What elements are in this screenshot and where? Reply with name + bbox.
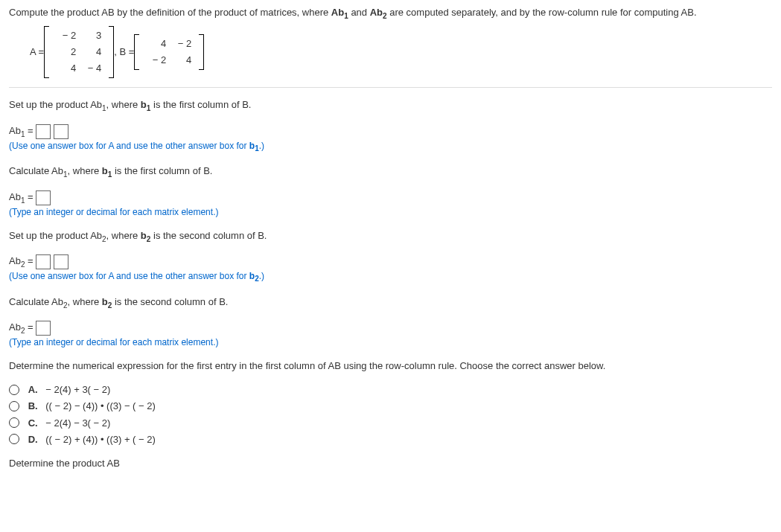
- mc-prompt: Determine the numerical expression for t…: [9, 359, 772, 373]
- setup-ab1-equation: Ab1 = (Use one answer box for A and use …: [9, 124, 772, 154]
- calc-ab1-equation: Ab1 = (Type an integer or decimal for ea…: [9, 190, 772, 219]
- ab2-term: Ab2: [370, 7, 387, 18]
- radio-icon: [9, 385, 19, 395]
- opt-text-a: − 2(4) + 3( − 2): [45, 384, 110, 395]
- ab2-setup-input-b[interactable]: [54, 254, 68, 269]
- matrix-definitions: A = − 23 24 4− 4 , B = 4− 2 − 24: [30, 26, 772, 79]
- calc-ab1-prompt: Calculate Ab1, where b1 is the first col…: [9, 164, 772, 180]
- intro-text-2: and: [348, 7, 370, 18]
- ab1-setup-input-b[interactable]: [54, 124, 68, 139]
- opt-text-b: (( − 2) − (4)) • ((3) − ( − 2): [45, 400, 156, 411]
- radio-icon: [9, 417, 19, 428]
- setup-ab2-prompt: Set up the product Ab2, where b2 is the …: [9, 229, 772, 245]
- opt-label-d: D.: [28, 433, 43, 446]
- opt-text-d: (( − 2) + (4)) • ((3) + ( − 2): [45, 434, 156, 445]
- calc-ab2-prompt: Calculate Ab2, where b2 is the second co…: [9, 295, 772, 311]
- radio-icon: [9, 401, 19, 411]
- ab2-setup-input-a[interactable]: [36, 254, 51, 269]
- ab1-calc-input[interactable]: [36, 190, 51, 205]
- mc-option-c[interactable]: C. − 2(4) − 3( − 2): [9, 417, 772, 430]
- opt-label-a: A.: [28, 383, 43, 397]
- radio-icon: [9, 434, 19, 444]
- ab1-setup-input-a[interactable]: [36, 124, 51, 139]
- matrix-b: 4− 2 − 24: [134, 34, 204, 70]
- ab2-calc-input[interactable]: [36, 321, 51, 336]
- question-intro: Compute the product AB by the definition…: [9, 6, 772, 22]
- ab1-calc-hint: (Type an integer or decimal for each mat…: [9, 206, 772, 219]
- intro-text-3: are computed separately, and by the row-…: [387, 7, 697, 18]
- matrix-a: − 23 24 4− 4: [44, 26, 114, 79]
- ab1-setup-hint: (Use one answer box for A and use the ot…: [9, 140, 772, 154]
- mc-option-a[interactable]: A. − 2(4) + 3( − 2): [9, 383, 772, 397]
- opt-text-c: − 2(4) − 3( − 2): [45, 417, 110, 429]
- divider: [9, 87, 772, 88]
- b-equals: , B =: [114, 45, 134, 59]
- calc-ab2-equation: Ab2 = (Type an integer or decimal for ea…: [9, 321, 772, 349]
- mc-option-d[interactable]: D. (( − 2) + (4)) • ((3) + ( − 2): [9, 433, 772, 446]
- opt-label-b: B.: [28, 400, 43, 413]
- a-equals: A =: [30, 45, 44, 59]
- ab1-term: Ab1: [331, 7, 348, 18]
- setup-ab2-equation: Ab2 = (Use one answer box for A and use …: [9, 254, 772, 284]
- cutoff-text: Determine the product AB: [9, 457, 772, 470]
- setup-ab1-prompt: Set up the product Ab1, where b1 is the …: [9, 98, 772, 114]
- opt-label-c: C.: [28, 417, 43, 430]
- ab2-setup-hint: (Use one answer box for A and use the ot…: [9, 270, 772, 284]
- intro-text-1: Compute the product AB by the definition…: [9, 7, 331, 18]
- mc-option-b[interactable]: B. (( − 2) − (4)) • ((3) − ( − 2): [9, 400, 772, 413]
- ab2-calc-hint: (Type an integer or decimal for each mat…: [9, 336, 772, 349]
